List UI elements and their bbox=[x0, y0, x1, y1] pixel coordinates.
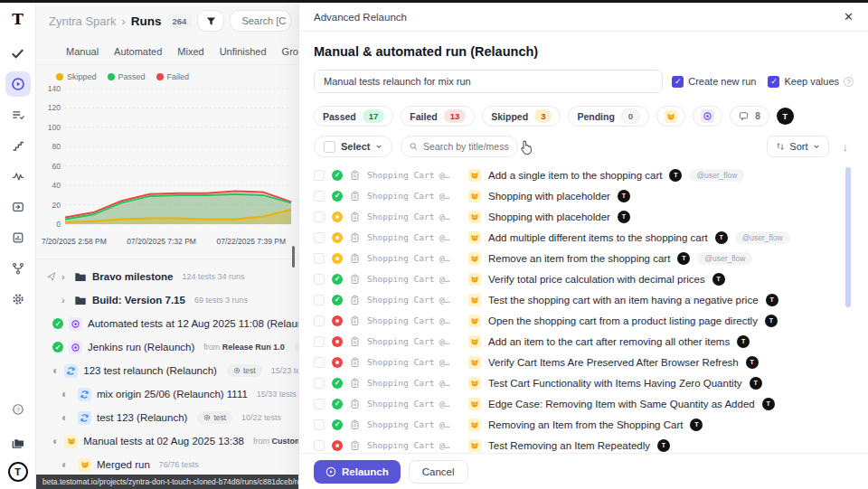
assignee-avatar[interactable]: T bbox=[618, 190, 630, 202]
filter-chip-skipped[interactable]: Skipped3 bbox=[482, 106, 561, 127]
tests-search[interactable] bbox=[401, 136, 518, 157]
milestones-icon[interactable] bbox=[5, 133, 31, 158]
assignee-avatar[interactable]: T bbox=[618, 211, 630, 223]
assignee-avatar[interactable]: T bbox=[677, 252, 690, 265]
test-tag[interactable]: @user_flow bbox=[735, 231, 790, 244]
import-icon[interactable] bbox=[5, 194, 31, 220]
test-checkbox[interactable] bbox=[314, 440, 325, 451]
filter-chip-manual[interactable] bbox=[656, 106, 685, 127]
run-name-input[interactable] bbox=[314, 70, 663, 93]
runs-search[interactable]: ✕ bbox=[230, 10, 291, 32]
runs-icon[interactable] bbox=[5, 71, 31, 97]
run-row[interactable]: ✓Jenkins run (Relaunch)from Release Run … bbox=[36, 335, 298, 359]
run-row[interactable]: ◐test 123 (Relaunch)test10/22 tests bbox=[36, 406, 298, 429]
test-checkbox[interactable] bbox=[314, 399, 325, 409]
tests-search-input[interactable] bbox=[423, 141, 509, 152]
settings-icon[interactable] bbox=[5, 287, 31, 312]
filter-chip-passed[interactable]: Passed17 bbox=[314, 106, 393, 127]
filter-button[interactable] bbox=[197, 10, 224, 32]
test-row[interactable]: Shopping Cart @…Test Removing an Item Re… bbox=[314, 435, 854, 453]
test-row[interactable]: Shopping Cart @…Add multiple different i… bbox=[314, 227, 854, 248]
test-checkbox[interactable] bbox=[314, 419, 325, 430]
assignee-avatar[interactable]: T bbox=[777, 108, 794, 125]
test-row[interactable]: Shopping Cart @…Remove an item from the … bbox=[314, 248, 854, 268]
select-all-checkbox[interactable] bbox=[324, 141, 335, 153]
test-row[interactable]: ✓Shopping Cart @…Edge Case: Removing Ite… bbox=[314, 393, 854, 414]
chevron-right-icon[interactable]: › bbox=[61, 295, 69, 306]
plans-icon[interactable] bbox=[5, 102, 31, 127]
checkbox-checked-icon[interactable]: ✓ bbox=[768, 76, 779, 88]
chart-scrollbar[interactable] bbox=[292, 246, 295, 268]
assignee-avatar[interactable]: T bbox=[750, 377, 762, 390]
assignee-avatar[interactable]: T bbox=[715, 231, 728, 244]
tab-unfinished[interactable]: Unfinished bbox=[220, 46, 267, 57]
select-dropdown[interactable]: Select bbox=[314, 136, 392, 157]
download-icon[interactable]: ↓ bbox=[837, 140, 854, 154]
assignee-avatar[interactable]: T bbox=[765, 315, 778, 327]
test-row[interactable]: Shopping Cart @…Verify Cart Items Are Pr… bbox=[314, 352, 854, 372]
test-checkbox[interactable] bbox=[314, 357, 325, 368]
assignee-avatar[interactable]: T bbox=[657, 439, 670, 452]
test-tag[interactable]: @user_flow bbox=[697, 252, 752, 265]
test-checkbox[interactable] bbox=[314, 315, 325, 326]
assignee-avatar[interactable]: T bbox=[766, 294, 778, 306]
help-icon[interactable]: ? bbox=[844, 77, 854, 87]
test-row[interactable]: Shopping Cart @…Open the shopping cart f… bbox=[314, 310, 854, 331]
assignee-avatar[interactable]: T bbox=[690, 418, 703, 431]
tab-manual[interactable]: Manual bbox=[66, 46, 99, 57]
assignee-avatar[interactable]: T bbox=[669, 169, 682, 182]
option-keep-values[interactable]: ✓Keep values? bbox=[768, 76, 854, 88]
filter-chip-automated[interactable] bbox=[693, 106, 722, 127]
list-scrollbar-thumb[interactable] bbox=[845, 167, 851, 307]
branches-icon[interactable] bbox=[5, 256, 31, 281]
runs-search-input[interactable] bbox=[241, 15, 292, 26]
analytics-icon[interactable] bbox=[5, 164, 31, 189]
assignee-avatar[interactable]: T bbox=[737, 335, 750, 348]
test-checkbox[interactable] bbox=[314, 336, 325, 347]
test-checkbox[interactable] bbox=[314, 274, 325, 285]
test-row[interactable]: Shopping Cart @…Shopping with placeholde… bbox=[314, 206, 854, 227]
run-row[interactable]: ◐Manual tests at 02 Aug 2025 13:38from C… bbox=[36, 429, 298, 453]
assignee-avatar[interactable]: T bbox=[762, 398, 775, 410]
test-checkbox[interactable] bbox=[314, 212, 325, 222]
test-row[interactable]: Shopping Cart @…Add an item to the cart … bbox=[314, 331, 854, 352]
test-row[interactable]: ✓Shopping Cart @…Shopping with placehold… bbox=[314, 185, 854, 206]
legend-skipped[interactable]: Skipped bbox=[56, 72, 97, 81]
reports-icon[interactable] bbox=[5, 225, 31, 250]
test-checkbox[interactable] bbox=[314, 170, 325, 181]
test-checkbox[interactable] bbox=[314, 253, 325, 264]
run-row[interactable]: ✓Automated tests at 12 Aug 2025 11:08 (R… bbox=[36, 312, 298, 335]
filter-chip-comments[interactable]: 8 bbox=[730, 106, 769, 127]
close-icon[interactable]: ✕ bbox=[844, 10, 854, 24]
chevron-right-icon[interactable]: › bbox=[61, 271, 69, 282]
help-icon[interactable]: ? bbox=[5, 397, 31, 422]
legend-failed[interactable]: Failed bbox=[156, 72, 190, 81]
test-checkbox[interactable] bbox=[314, 232, 325, 243]
test-checkbox[interactable] bbox=[314, 295, 325, 306]
test-checkbox[interactable] bbox=[314, 191, 325, 202]
filter-chip-failed[interactable]: Failed13 bbox=[401, 106, 475, 127]
assignee-avatar[interactable]: T bbox=[746, 356, 759, 369]
sort-button[interactable]: Sort bbox=[767, 136, 828, 157]
assignee-avatar[interactable]: T bbox=[712, 273, 725, 286]
profile-avatar[interactable]: T bbox=[8, 462, 28, 482]
test-checkbox[interactable] bbox=[314, 378, 325, 389]
run-row[interactable]: ◐mix origin 25/06 (Relaunch) 111115/33 t… bbox=[36, 382, 298, 406]
tab-automated[interactable]: Automated bbox=[114, 46, 162, 57]
legend-passed[interactable]: Passed bbox=[108, 72, 146, 81]
tab-mixed[interactable]: Mixed bbox=[177, 46, 203, 57]
folder-row[interactable]: ›Bravo milestone124 tests 34 runs bbox=[36, 265, 298, 288]
option-create-new-run[interactable]: ✓Create new run bbox=[672, 76, 756, 88]
test-row[interactable]: ✓Shopping Cart @…Test Cart Functionality… bbox=[314, 372, 854, 393]
breadcrumb-project[interactable]: Zyntra Spark bbox=[49, 14, 116, 28]
app-logo[interactable]: T bbox=[12, 10, 24, 28]
test-row[interactable]: ✓Shopping Cart @…Verify total price calc… bbox=[314, 268, 854, 289]
tests-icon[interactable] bbox=[5, 41, 31, 66]
run-row[interactable]: ◐Merged run76/76 tests bbox=[36, 453, 298, 476]
cancel-button[interactable]: Cancel bbox=[409, 460, 468, 484]
test-row[interactable]: ✓Shopping Cart @…Removing an Item from t… bbox=[314, 414, 854, 435]
projects-icon[interactable] bbox=[5, 429, 31, 455]
run-row[interactable]: ◐123 test relaunch (Relaunch)test15/23 t… bbox=[36, 359, 298, 382]
folder-row[interactable]: ›Build: Version 7.1569 tests 3 runs bbox=[36, 288, 298, 312]
tab-groups[interactable]: Groups bbox=[282, 46, 298, 57]
